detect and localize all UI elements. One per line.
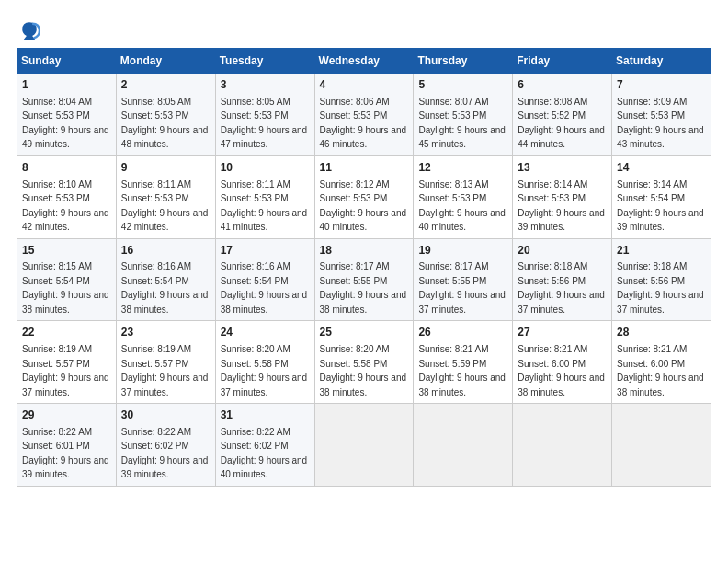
calendar-cell: 27 Sunrise: 8:21 AMSunset: 6:00 PMDaylig… bbox=[513, 321, 612, 404]
day-number: 21 bbox=[617, 243, 706, 259]
day-number: 9 bbox=[121, 160, 210, 176]
calendar-cell: 16 Sunrise: 8:16 AMSunset: 5:54 PMDaylig… bbox=[116, 238, 215, 321]
header-thursday: Thursday bbox=[414, 49, 513, 74]
day-info: Sunrise: 8:20 AMSunset: 5:58 PMDaylight:… bbox=[320, 344, 407, 397]
calendar-cell: 20 Sunrise: 8:18 AMSunset: 5:56 PMDaylig… bbox=[513, 238, 612, 321]
calendar-table: SundayMondayTuesdayWednesdayThursdayFrid… bbox=[17, 48, 711, 487]
day-number: 18 bbox=[320, 243, 409, 259]
calendar-cell bbox=[314, 404, 414, 487]
week-row-4: 22 Sunrise: 8:19 AMSunset: 5:57 PMDaylig… bbox=[17, 321, 711, 404]
day-number: 23 bbox=[121, 325, 210, 340]
day-number: 28 bbox=[617, 325, 706, 340]
day-info: Sunrise: 8:06 AMSunset: 5:53 PMDaylight:… bbox=[320, 97, 407, 150]
week-row-2: 8 Sunrise: 8:10 AMSunset: 5:53 PMDayligh… bbox=[17, 155, 711, 238]
day-number: 12 bbox=[418, 160, 507, 176]
week-row-1: 1 Sunrise: 8:04 AMSunset: 5:53 PMDayligh… bbox=[17, 74, 711, 156]
day-number: 14 bbox=[617, 160, 706, 176]
calendar-cell: 7 Sunrise: 8:09 AMSunset: 5:53 PMDayligh… bbox=[612, 74, 711, 156]
day-info: Sunrise: 8:19 AMSunset: 5:57 PMDaylight:… bbox=[22, 344, 109, 397]
calendar-cell: 6 Sunrise: 8:08 AMSunset: 5:52 PMDayligh… bbox=[513, 74, 612, 156]
header-row: SundayMondayTuesdayWednesdayThursdayFrid… bbox=[17, 49, 711, 74]
header-monday: Monday bbox=[116, 49, 215, 74]
day-number: 5 bbox=[418, 77, 507, 93]
header-wednesday: Wednesday bbox=[314, 49, 414, 74]
day-info: Sunrise: 8:14 AMSunset: 5:54 PMDaylight:… bbox=[617, 179, 704, 233]
day-number: 7 bbox=[617, 77, 706, 93]
page-container: SundayMondayTuesdayWednesdayThursdayFrid… bbox=[0, 0, 728, 496]
calendar-cell: 3 Sunrise: 8:05 AMSunset: 5:53 PMDayligh… bbox=[215, 74, 314, 156]
day-info: Sunrise: 8:11 AMSunset: 5:53 PMDaylight:… bbox=[121, 179, 209, 233]
calendar-cell: 14 Sunrise: 8:14 AMSunset: 5:54 PMDaylig… bbox=[612, 155, 711, 238]
day-info: Sunrise: 8:18 AMSunset: 5:56 PMDaylight:… bbox=[518, 261, 605, 315]
day-info: Sunrise: 8:21 AMSunset: 6:00 PMDaylight:… bbox=[617, 344, 704, 397]
day-info: Sunrise: 8:22 AMSunset: 6:01 PMDaylight:… bbox=[22, 427, 109, 480]
day-info: Sunrise: 8:14 AMSunset: 5:53 PMDaylight:… bbox=[518, 179, 605, 233]
day-number: 25 bbox=[320, 325, 409, 340]
day-number: 2 bbox=[121, 77, 210, 93]
calendar-cell: 13 Sunrise: 8:14 AMSunset: 5:53 PMDaylig… bbox=[513, 155, 612, 238]
day-number: 11 bbox=[320, 160, 409, 176]
calendar-cell: 10 Sunrise: 8:11 AMSunset: 5:53 PMDaylig… bbox=[215, 155, 314, 238]
calendar-cell: 2 Sunrise: 8:05 AMSunset: 5:53 PMDayligh… bbox=[116, 74, 215, 156]
header-saturday: Saturday bbox=[612, 49, 711, 74]
calendar-cell: 22 Sunrise: 8:19 AMSunset: 5:57 PMDaylig… bbox=[17, 321, 117, 404]
calendar-cell: 21 Sunrise: 8:18 AMSunset: 5:56 PMDaylig… bbox=[612, 238, 711, 321]
calendar-cell: 15 Sunrise: 8:15 AMSunset: 5:54 PMDaylig… bbox=[17, 238, 117, 321]
calendar-cell: 30 Sunrise: 8:22 AMSunset: 6:02 PMDaylig… bbox=[116, 404, 215, 487]
day-number: 31 bbox=[221, 408, 310, 423]
day-number: 10 bbox=[221, 160, 310, 176]
calendar-cell: 25 Sunrise: 8:20 AMSunset: 5:58 PMDaylig… bbox=[314, 321, 414, 404]
calendar-cell: 8 Sunrise: 8:10 AMSunset: 5:53 PMDayligh… bbox=[17, 155, 117, 238]
day-number: 19 bbox=[418, 243, 507, 259]
day-number: 1 bbox=[22, 77, 111, 93]
day-info: Sunrise: 8:21 AMSunset: 6:00 PMDaylight:… bbox=[518, 344, 605, 397]
day-info: Sunrise: 8:10 AMSunset: 5:53 PMDaylight:… bbox=[22, 179, 109, 233]
calendar-cell: 9 Sunrise: 8:11 AMSunset: 5:53 PMDayligh… bbox=[116, 155, 215, 238]
day-number: 4 bbox=[320, 77, 409, 93]
calendar-cell bbox=[612, 404, 711, 487]
calendar-cell: 26 Sunrise: 8:21 AMSunset: 5:59 PMDaylig… bbox=[414, 321, 513, 404]
calendar-cell: 29 Sunrise: 8:22 AMSunset: 6:01 PMDaylig… bbox=[17, 404, 117, 487]
day-info: Sunrise: 8:20 AMSunset: 5:58 PMDaylight:… bbox=[221, 344, 308, 397]
page-header bbox=[17, 17, 711, 42]
calendar-cell: 28 Sunrise: 8:21 AMSunset: 6:00 PMDaylig… bbox=[612, 321, 711, 404]
day-info: Sunrise: 8:22 AMSunset: 6:02 PMDaylight:… bbox=[221, 427, 308, 480]
day-number: 29 bbox=[22, 408, 111, 423]
calendar-cell: 1 Sunrise: 8:04 AMSunset: 5:53 PMDayligh… bbox=[17, 74, 117, 156]
day-number: 15 bbox=[22, 243, 111, 259]
day-info: Sunrise: 8:16 AMSunset: 5:54 PMDaylight:… bbox=[121, 261, 209, 315]
header-friday: Friday bbox=[513, 49, 612, 74]
calendar-cell bbox=[513, 404, 612, 487]
calendar-cell: 4 Sunrise: 8:06 AMSunset: 5:53 PMDayligh… bbox=[314, 74, 414, 156]
day-number: 16 bbox=[121, 243, 210, 259]
week-row-5: 29 Sunrise: 8:22 AMSunset: 6:01 PMDaylig… bbox=[17, 404, 711, 487]
calendar-cell: 31 Sunrise: 8:22 AMSunset: 6:02 PMDaylig… bbox=[215, 404, 314, 487]
calendar-cell: 12 Sunrise: 8:13 AMSunset: 5:53 PMDaylig… bbox=[414, 155, 513, 238]
day-info: Sunrise: 8:15 AMSunset: 5:54 PMDaylight:… bbox=[22, 261, 109, 315]
day-info: Sunrise: 8:22 AMSunset: 6:02 PMDaylight:… bbox=[121, 427, 209, 480]
day-number: 24 bbox=[221, 325, 310, 340]
day-info: Sunrise: 8:19 AMSunset: 5:57 PMDaylight:… bbox=[121, 344, 209, 397]
day-info: Sunrise: 8:05 AMSunset: 5:53 PMDaylight:… bbox=[221, 97, 308, 150]
calendar-cell: 11 Sunrise: 8:12 AMSunset: 5:53 PMDaylig… bbox=[314, 155, 414, 238]
week-row-3: 15 Sunrise: 8:15 AMSunset: 5:54 PMDaylig… bbox=[17, 238, 711, 321]
calendar-cell: 17 Sunrise: 8:16 AMSunset: 5:54 PMDaylig… bbox=[215, 238, 314, 321]
logo-icon bbox=[17, 17, 42, 42]
day-info: Sunrise: 8:07 AMSunset: 5:53 PMDaylight:… bbox=[418, 97, 506, 150]
day-info: Sunrise: 8:18 AMSunset: 5:56 PMDaylight:… bbox=[617, 261, 704, 315]
day-number: 8 bbox=[22, 160, 111, 176]
day-number: 30 bbox=[121, 408, 210, 423]
header-tuesday: Tuesday bbox=[215, 49, 314, 74]
day-info: Sunrise: 8:11 AMSunset: 5:53 PMDaylight:… bbox=[221, 179, 308, 233]
day-number: 13 bbox=[518, 160, 607, 176]
day-info: Sunrise: 8:17 AMSunset: 5:55 PMDaylight:… bbox=[418, 261, 506, 315]
day-number: 26 bbox=[418, 325, 507, 340]
calendar-cell: 23 Sunrise: 8:19 AMSunset: 5:57 PMDaylig… bbox=[116, 321, 215, 404]
day-info: Sunrise: 8:13 AMSunset: 5:53 PMDaylight:… bbox=[418, 179, 506, 233]
calendar-cell: 5 Sunrise: 8:07 AMSunset: 5:53 PMDayligh… bbox=[414, 74, 513, 156]
day-number: 20 bbox=[518, 243, 607, 259]
day-number: 22 bbox=[22, 325, 111, 340]
day-info: Sunrise: 8:09 AMSunset: 5:53 PMDaylight:… bbox=[617, 97, 704, 150]
day-number: 17 bbox=[221, 243, 310, 259]
day-number: 3 bbox=[221, 77, 310, 93]
